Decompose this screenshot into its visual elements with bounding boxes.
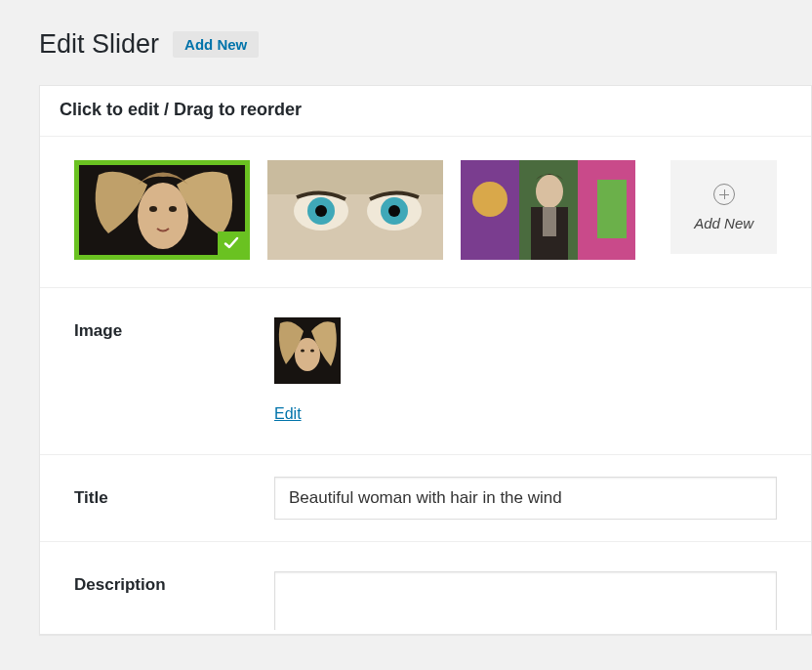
edit-image-link[interactable]: Edit: [274, 405, 302, 422]
slide-image-2: [267, 160, 443, 260]
slider-panel: Click to edit / Drag to reorder: [39, 85, 812, 635]
description-input[interactable]: [274, 571, 777, 630]
field-image: Image Edit: [40, 288, 811, 455]
svg-point-17: [536, 175, 563, 208]
svg-point-23: [310, 350, 314, 353]
svg-point-3: [169, 206, 177, 212]
plus-icon: [713, 184, 735, 205]
slide-thumbnail[interactable]: [267, 160, 443, 260]
add-slide-tile[interactable]: Add New: [670, 160, 777, 254]
page-title: Edit Slider: [39, 29, 159, 60]
svg-rect-19: [543, 207, 556, 236]
page-header: Edit Slider Add New: [39, 29, 812, 60]
svg-point-11: [388, 205, 400, 217]
field-image-label: Image: [74, 317, 274, 341]
svg-point-2: [149, 206, 157, 212]
title-input[interactable]: [274, 477, 777, 520]
svg-rect-16: [597, 180, 627, 238]
slide-thumbnail[interactable]: [74, 160, 250, 260]
slide-thumbnail[interactable]: [461, 160, 636, 260]
selected-check-icon: [218, 231, 245, 255]
image-preview[interactable]: [274, 317, 341, 384]
add-slide-label: Add New: [694, 215, 753, 231]
svg-point-22: [301, 350, 304, 353]
svg-point-10: [315, 205, 327, 217]
slide-image-3: [461, 160, 636, 260]
panel-instruction: Click to edit / Drag to reorder: [40, 86, 811, 136]
add-new-button[interactable]: Add New: [173, 31, 259, 58]
svg-point-15: [472, 182, 508, 217]
field-title-label: Title: [74, 488, 274, 508]
field-title: Title: [40, 455, 811, 542]
field-description: Description: [40, 542, 811, 634]
field-description-label: Description: [74, 571, 274, 595]
svg-rect-5: [267, 160, 443, 194]
thumbnail-strip: Add New: [40, 136, 811, 288]
